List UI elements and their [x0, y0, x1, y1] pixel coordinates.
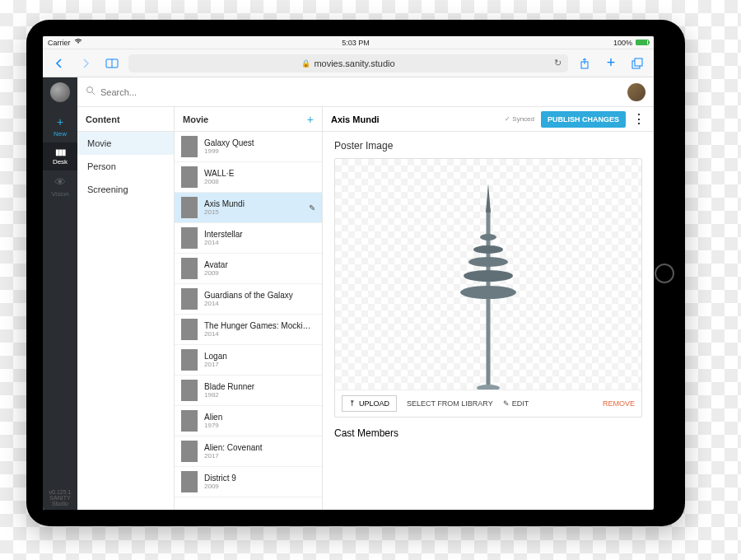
content-item-movie[interactable]: Movie	[77, 132, 174, 155]
movie-year: 2017	[204, 361, 227, 368]
new-tab-button[interactable]: +	[601, 54, 621, 73]
battery-icon	[636, 40, 649, 45]
remove-image-button[interactable]: REMOVE	[603, 399, 635, 408]
add-movie-button[interactable]: +	[307, 113, 314, 126]
movie-title: District 9	[204, 474, 236, 483]
desk-icon: ▮▮▮	[43, 147, 77, 156]
movie-title: WALL·E	[204, 169, 234, 178]
movie-title: Galaxy Quest	[204, 138, 254, 147]
movie-item[interactable]: Galaxy Quest1999	[175, 132, 322, 162]
movie-item[interactable]: Blade Runner1982	[175, 376, 322, 406]
movie-header: Movie +	[175, 107, 322, 132]
editor-body[interactable]: Poster Image	[323, 132, 654, 510]
content-list: MoviePersonScreening	[77, 132, 174, 510]
back-button[interactable]	[49, 54, 69, 73]
plus-icon: +	[43, 115, 77, 128]
poster-field: ⤒ UPLOAD SELECT FROM LIBRARY ✎ EDIT	[334, 158, 642, 418]
bookmarks-button[interactable]	[102, 54, 122, 73]
movie-thumbnail	[181, 227, 198, 249]
workspace-logo[interactable]	[50, 82, 70, 102]
movie-title: Alien: Covenant	[204, 443, 263, 452]
editor-column: Axis Mundi ✓ Synced PUBLISH CHANGES ⋮ Po…	[323, 107, 654, 510]
movie-item[interactable]: Avatar2009	[175, 254, 322, 284]
movie-title: Logan	[204, 352, 227, 361]
document-title: Axis Mundi	[331, 114, 498, 124]
desk-columns: Content MoviePersonScreening Movie + Gal…	[77, 107, 654, 510]
movie-thumbnail	[181, 288, 198, 310]
topbar	[77, 77, 654, 107]
edit-image-button[interactable]: ✎ EDIT	[503, 399, 529, 408]
movie-list[interactable]: Galaxy Quest1999WALL·E2008Axis Mundi2015…	[175, 132, 322, 510]
tabs-button[interactable]	[627, 54, 647, 73]
movie-item[interactable]: Alien: Covenant2017	[175, 436, 322, 467]
content-item-screening[interactable]: Screening	[77, 178, 174, 201]
movie-thumbnail	[181, 349, 198, 371]
svg-point-12	[480, 234, 496, 240]
select-library-button[interactable]: SELECT FROM LIBRARY	[407, 399, 493, 408]
reload-icon[interactable]: ↻	[554, 58, 562, 68]
movie-thumbnail	[181, 471, 198, 492]
poster-preview[interactable]	[335, 159, 641, 390]
rail-item-new[interactable]: + New	[43, 110, 77, 142]
movie-item[interactable]: Interstellar2014	[175, 223, 322, 254]
movie-item[interactable]: The Hunger Games: Mockin…2014	[175, 315, 322, 345]
movie-title: Alien	[204, 413, 222, 422]
sync-status: ✓ Synced	[505, 115, 534, 123]
movie-item[interactable]: District 92009	[175, 467, 322, 497]
movie-year: 2014	[204, 239, 243, 246]
editor-menu-button[interactable]: ⋮	[632, 111, 645, 127]
share-button[interactable]	[575, 54, 594, 73]
user-avatar[interactable]	[627, 83, 645, 101]
movie-item[interactable]: Alien1979	[175, 406, 322, 436]
movie-title: Axis Mundi	[204, 199, 245, 208]
svg-line-6	[92, 92, 95, 95]
carrier-label: Carrier	[48, 39, 71, 47]
screen: Carrier 5:03 PM 100%	[43, 36, 654, 510]
movie-thumbnail	[181, 136, 198, 157]
svg-point-14	[477, 385, 500, 390]
nav-rail: + New ▮▮▮ Desk 👁 Vision v0.125.1 SANITY …	[43, 77, 77, 510]
search-input[interactable]	[100, 87, 622, 97]
movie-year: 1982	[204, 391, 254, 399]
content-header-label: Content	[86, 114, 120, 124]
svg-point-10	[464, 270, 513, 282]
movie-item[interactable]: WALL·E2008	[175, 162, 322, 193]
forward-button[interactable]	[76, 54, 96, 73]
movie-title: Avatar	[204, 260, 228, 269]
movie-thumbnail	[181, 410, 198, 432]
svg-point-9	[468, 257, 508, 267]
movie-year: 2008	[204, 178, 234, 185]
movie-item[interactable]: Axis Mundi2015✎	[175, 193, 322, 223]
movie-item[interactable]: Guardians of the Galaxy2014	[175, 284, 322, 315]
editor-header: Axis Mundi ✓ Synced PUBLISH CHANGES ⋮	[323, 107, 654, 132]
movie-title: Blade Runner	[204, 382, 254, 391]
movie-thumbnail	[181, 441, 198, 462]
page-background: Carrier 5:03 PM 100%	[0, 0, 741, 560]
url-text: movies.sanity.studio	[314, 58, 394, 68]
movie-year: 1999	[204, 147, 254, 155]
svg-point-8	[473, 245, 503, 254]
content-item-person[interactable]: Person	[77, 155, 174, 178]
movie-thumbnail	[181, 319, 198, 340]
movie-item[interactable]: Logan2017	[175, 345, 322, 376]
movie-column: Movie + Galaxy Quest1999WALL·E2008Axis M…	[175, 107, 323, 510]
rail-label: New	[54, 130, 67, 138]
ios-statusbar: Carrier 5:03 PM 100%	[43, 36, 654, 49]
cast-field-label: Cast Members	[334, 427, 642, 439]
poster-field-label: Poster Image	[334, 140, 642, 152]
rail-item-desk[interactable]: ▮▮▮ Desk	[43, 142, 77, 170]
movie-header-label: Movie	[183, 114, 208, 124]
url-bar[interactable]: 🔒 movies.sanity.studio ↻	[128, 54, 568, 72]
rail-item-vision[interactable]: 👁 Vision	[43, 170, 77, 203]
publish-button[interactable]: PUBLISH CHANGES	[541, 111, 626, 128]
movie-year: 2009	[204, 483, 236, 490]
upload-button[interactable]: ⤒ UPLOAD	[342, 395, 397, 412]
movie-thumbnail	[181, 166, 198, 188]
movie-title: The Hunger Games: Mockin…	[204, 321, 315, 330]
eye-icon: 👁	[43, 175, 77, 189]
movie-thumbnail	[181, 380, 198, 401]
check-icon: ✓	[505, 115, 510, 123]
svg-rect-4	[635, 58, 642, 66]
tablet-home-button[interactable]	[655, 264, 674, 283]
movie-thumbnail	[181, 258, 198, 279]
